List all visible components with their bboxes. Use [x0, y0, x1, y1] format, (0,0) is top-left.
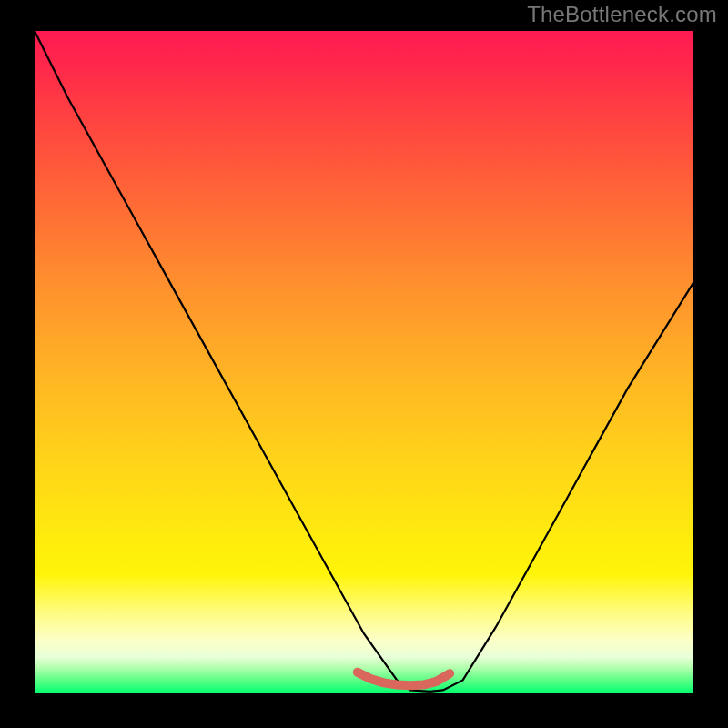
- chart-frame: TheBottleneck.com: [0, 0, 728, 728]
- watermark-text: TheBottleneck.com: [527, 0, 717, 29]
- curve-layer: [35, 31, 693, 693]
- bottleneck-curve: [35, 31, 693, 692]
- optimal-band: [358, 672, 450, 686]
- plot-area: [35, 31, 693, 693]
